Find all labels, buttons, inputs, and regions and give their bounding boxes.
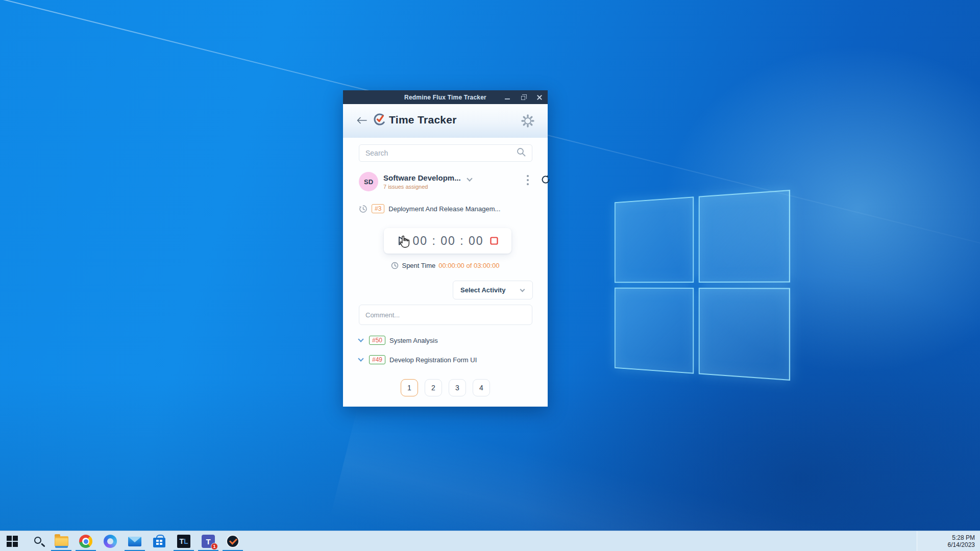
mouse-cursor-hand	[398, 235, 411, 252]
wallpaper-logo-pane	[615, 196, 694, 283]
teams-notification-badge: 1	[211, 543, 218, 550]
project-menu-button[interactable]	[527, 175, 529, 188]
issue-row[interactable]: #49 Develop Registration Form UI	[359, 355, 532, 365]
current-issue-row[interactable]: #3 Deployment And Release Managem...	[359, 203, 532, 214]
time-tracker-window: Redmine Flux Time Tracker Time Tracker	[343, 90, 548, 407]
timer-display: 00 : 00 : 00	[406, 234, 490, 248]
search-icon[interactable]	[517, 147, 526, 159]
project-avatar: SD	[359, 172, 378, 191]
search-input[interactable]	[359, 149, 517, 157]
pagination: 1 2 3 4	[343, 379, 548, 396]
app-body: SD Software Developm... 7 issues assigne…	[343, 138, 548, 407]
back-button[interactable]	[356, 116, 368, 127]
stop-button[interactable]	[490, 237, 498, 245]
history-icon[interactable]	[359, 205, 368, 213]
project-issues-count: 7 issues assigned	[383, 184, 428, 190]
issue-id-badge: #50	[369, 336, 385, 345]
taskbar-clock[interactable]: 5:28 PM 6/14/2023	[948, 534, 975, 548]
page-button-4[interactable]: 4	[473, 379, 490, 396]
system-tray[interactable]: 5:28 PM 6/14/2023	[917, 531, 980, 551]
taskbar: TL T 1 5:28 PM 6/14/2023	[0, 531, 980, 551]
teams-icon: T 1	[202, 535, 215, 548]
gear-icon	[519, 112, 536, 130]
close-icon	[536, 94, 543, 101]
expand-chevron-icon[interactable]	[358, 356, 363, 361]
page-button-2[interactable]: 2	[425, 379, 442, 396]
comment-box	[359, 305, 532, 325]
select-chevron-down-icon	[520, 287, 525, 292]
spent-time-label: Spent Time	[402, 262, 435, 269]
microsoft-store-icon	[153, 538, 165, 547]
taskbar-mail[interactable]	[122, 531, 147, 551]
minimize-button[interactable]	[505, 94, 511, 101]
page-button-3[interactable]: 3	[449, 379, 466, 396]
issue-title: Deployment And Release Managem...	[388, 205, 500, 213]
mail-icon	[128, 537, 141, 546]
taskbar-teams[interactable]: T 1	[196, 531, 220, 551]
issue-title: System Analysis	[389, 337, 438, 344]
time-tracker-icon	[226, 535, 239, 548]
taskbar-start-button[interactable]	[0, 531, 24, 551]
taskbar-office[interactable]	[98, 531, 122, 551]
search-box	[359, 144, 532, 162]
activity-select[interactable]: Select Activity	[453, 281, 533, 299]
issue-row[interactable]: #50 System Analysis	[359, 335, 532, 345]
windows-wallpaper-logo	[615, 190, 790, 381]
minimize-icon	[505, 98, 510, 99]
taskbar-time-tracker[interactable]	[220, 531, 245, 551]
taskbar-search-button[interactable]	[24, 531, 49, 551]
project-chevron-down-icon[interactable]	[467, 176, 472, 181]
wallpaper-logo-pane	[615, 288, 694, 374]
restore-icon	[521, 96, 525, 100]
windows-start-icon	[7, 536, 18, 547]
window-title: Redmine Flux Time Tracker	[404, 94, 486, 101]
project-row[interactable]: SD Software Developm... 7 issues assigne…	[359, 171, 532, 193]
taskbar-tl-app[interactable]: TL	[172, 531, 196, 551]
refresh-icon	[541, 174, 551, 185]
app-logo-icon	[373, 112, 387, 129]
back-arrow-icon	[356, 116, 368, 124]
settings-button[interactable]	[519, 112, 536, 132]
page-title: Time Tracker	[389, 114, 457, 126]
tl-letter-t: T	[179, 537, 184, 545]
search-icon	[34, 537, 41, 544]
clock-time: 5:28 PM	[948, 534, 975, 541]
clock-date: 6/14/2023	[948, 541, 975, 548]
close-button[interactable]	[536, 94, 543, 101]
clock-icon	[391, 262, 399, 269]
spent-time-value: 00:00:00 of 03:00:00	[438, 262, 499, 269]
issue-id-badge: #3	[372, 204, 384, 213]
tl-letter-l: L	[184, 537, 188, 545]
taskbar-store[interactable]	[147, 531, 172, 551]
page-button-1[interactable]: 1	[401, 379, 418, 396]
issue-id-badge: #49	[369, 355, 385, 364]
tl-app-icon: TL	[177, 535, 190, 548]
teams-letter: T	[206, 537, 210, 546]
expand-chevron-icon[interactable]	[358, 336, 363, 342]
taskbar-chrome[interactable]	[74, 531, 98, 551]
spent-time-row: Spent Time 00:00:00 of 03:00:00	[343, 262, 548, 269]
window-titlebar[interactable]: Redmine Flux Time Tracker	[343, 90, 548, 104]
avatar-initials: SD	[364, 178, 373, 186]
stop-icon	[490, 237, 498, 245]
chrome-icon	[79, 535, 92, 548]
issue-title: Develop Registration Form UI	[389, 356, 477, 364]
app-header: Time Tracker	[343, 104, 548, 138]
activity-select-value: Select Activity	[453, 286, 521, 294]
office-365-icon	[104, 535, 117, 548]
taskbar-file-explorer[interactable]	[49, 531, 74, 551]
refresh-button[interactable]	[541, 174, 551, 187]
project-name: Software Developm...	[383, 173, 461, 182]
restore-button[interactable]	[521, 94, 527, 101]
wallpaper-logo-pane	[699, 190, 790, 283]
file-explorer-icon	[55, 536, 68, 546]
wallpaper-logo-pane	[699, 288, 790, 381]
comment-input[interactable]	[359, 311, 532, 319]
desktop: Redmine Flux Time Tracker Time Tracker	[0, 0, 980, 551]
